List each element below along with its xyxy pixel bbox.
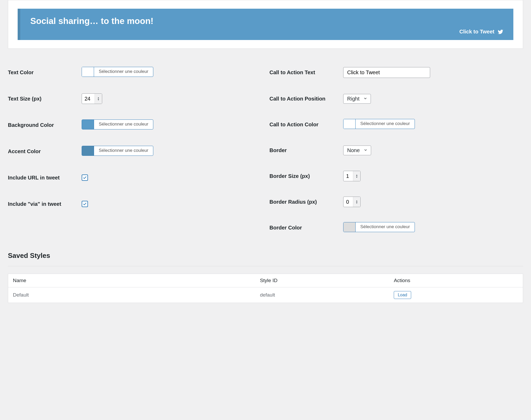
cta-position-value: Right — [347, 96, 360, 102]
text-size-stepper[interactable]: ▴ ▾ — [95, 94, 102, 104]
divider — [8, 266, 523, 266]
border-size-stepper[interactable]: ▴ ▾ — [353, 171, 360, 181]
border-color-picker-label: Sélectionner une couleur — [356, 222, 415, 232]
accent-color-swatch — [82, 146, 94, 156]
load-button[interactable]: Load — [394, 291, 411, 299]
text-size-input-wrap: ▴ ▾ — [82, 93, 102, 104]
settings-form: Text Color Sélectionner une couleur Text… — [8, 66, 523, 247]
text-color-picker-label: Sélectionner une couleur — [94, 67, 153, 77]
border-radius-input[interactable] — [343, 197, 353, 207]
column-style-id: Style ID — [255, 274, 389, 287]
cta-color-picker-label: Sélectionner une couleur — [356, 119, 415, 129]
table-row: Default default Load — [8, 287, 523, 303]
tweet-cta-label: Click to Tweet — [459, 29, 494, 35]
chevron-down-icon: ▾ — [98, 99, 99, 101]
tweet-cta-row[interactable]: Click to Tweet — [30, 29, 503, 35]
background-color-swatch — [82, 120, 94, 129]
chevron-down-icon: ▾ — [356, 176, 357, 178]
label-border-size: Border Size (px) — [269, 173, 343, 179]
accent-color-picker-label: Sélectionner une couleur — [94, 146, 153, 156]
label-text-color: Text Color — [8, 69, 82, 76]
border-radius-stepper[interactable]: ▴ ▾ — [353, 197, 360, 207]
label-include-url: Include URL in tweet — [8, 175, 82, 181]
label-accent-color: Accent Color — [8, 148, 82, 154]
cta-color-swatch — [343, 119, 356, 129]
border-radius-input-wrap: ▴ ▾ — [343, 197, 361, 207]
label-background-color: Background Color — [8, 122, 82, 128]
cta-text-input[interactable] — [343, 67, 430, 78]
border-color-picker[interactable]: Sélectionner une couleur — [343, 222, 415, 232]
chevron-down-icon — [363, 147, 368, 153]
saved-styles-heading: Saved Styles — [8, 252, 523, 260]
background-color-picker-label: Sélectionner une couleur — [94, 120, 153, 129]
label-include-via: Include "via" in tweet — [8, 201, 82, 207]
label-border-radius: Border Radius (px) — [269, 199, 343, 205]
chevron-down-icon: ▾ — [356, 202, 357, 204]
check-icon — [83, 176, 87, 180]
tweet-preview-block[interactable]: Social sharing… to the moon! Click to Tw… — [18, 9, 513, 40]
cta-color-picker[interactable]: Sélectionner une couleur — [343, 119, 415, 129]
cta-position-select[interactable]: Right — [343, 94, 371, 104]
label-border: Border — [269, 147, 343, 153]
border-value: None — [347, 147, 360, 153]
background-color-picker[interactable]: Sélectionner une couleur — [82, 119, 153, 129]
border-size-input[interactable] — [343, 172, 353, 181]
twitter-icon — [498, 29, 503, 35]
border-select[interactable]: None — [343, 146, 371, 155]
text-size-input[interactable] — [82, 94, 95, 103]
border-color-swatch — [343, 222, 356, 232]
tweet-preview-text: Social sharing… to the moon! — [30, 16, 503, 26]
column-name: Name — [8, 274, 255, 287]
label-text-size: Text Size (px) — [8, 96, 82, 102]
label-border-color: Border Color — [269, 225, 343, 231]
chevron-down-icon — [363, 96, 367, 102]
column-actions: Actions — [389, 274, 523, 287]
text-color-swatch — [82, 67, 94, 77]
label-cta-color: Call to Action Color — [269, 122, 343, 128]
label-cta-text: Call to Action Text — [269, 69, 343, 76]
cell-name: Default — [8, 287, 255, 303]
include-via-checkbox[interactable] — [82, 201, 88, 207]
saved-styles-table: Name Style ID Actions Default default Lo… — [8, 274, 523, 303]
text-color-picker[interactable]: Sélectionner une couleur — [82, 67, 153, 77]
cell-style-id: default — [255, 287, 389, 303]
accent-color-picker[interactable]: Sélectionner une couleur — [82, 146, 153, 156]
border-size-input-wrap: ▴ ▾ — [343, 171, 361, 181]
include-url-checkbox[interactable] — [82, 174, 88, 181]
label-cta-position: Call to Action Position — [269, 96, 343, 102]
check-icon — [83, 202, 87, 206]
preview-card: Social sharing… to the moon! Click to Tw… — [8, 0, 523, 49]
